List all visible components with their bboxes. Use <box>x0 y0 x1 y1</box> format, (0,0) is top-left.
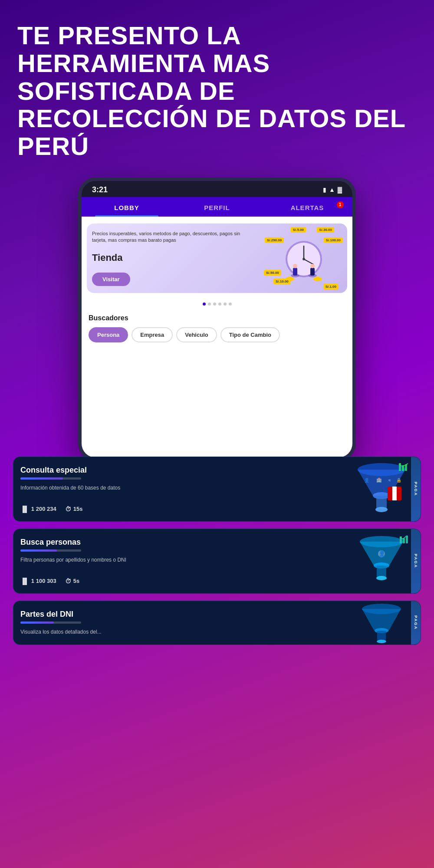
stat-busca-time: ⏱ 5s <box>65 578 79 585</box>
paga-badge-1: PAGA <box>411 457 421 521</box>
price-tag-3: S/.290.00 <box>265 237 284 243</box>
svg-rect-24 <box>392 487 397 500</box>
card-dni-progress-bar <box>20 621 81 624</box>
card-consulta-desc: Información obtenida de 60 bases de dato… <box>20 484 335 492</box>
banner-description: Precios insuperables, varios metodos de … <box>92 230 255 244</box>
phone-status-bar: 3:21 ▮ ▲ ▓ <box>82 181 352 197</box>
card-consulta-stats: ▐▌ 1 200 234 ⏱ 15s <box>20 506 335 513</box>
card-dni-illustration <box>342 601 421 644</box>
search-section: Buscadores Persona Empresa Vehiculo Tipo… <box>82 310 352 349</box>
bar-chart-icon: ▐▌ <box>20 506 29 513</box>
card-busca-progress-bar <box>20 549 81 552</box>
card-consulta-progress-fill <box>20 477 63 480</box>
svg-text:👤: 👤 <box>378 550 386 557</box>
banner-card: Precios insuperables, varios metodos de … <box>87 224 347 293</box>
price-tag-7: S/.1.00 <box>323 284 339 289</box>
svg-point-33 <box>376 576 387 580</box>
filter-persona[interactable]: Persona <box>89 327 128 342</box>
svg-point-12 <box>313 277 322 281</box>
wifi-icon: ▲ <box>329 186 335 193</box>
svg-rect-9 <box>310 268 315 276</box>
stat-time: ⏱ 15s <box>65 506 83 513</box>
svg-rect-25 <box>397 487 401 500</box>
card-busca-left: Busca personas Filtra personas por apell… <box>13 529 342 593</box>
svg-point-43 <box>377 640 386 643</box>
filter-tipo-cambio[interactable]: Tipo de Cambio <box>220 327 280 342</box>
svg-rect-38 <box>406 536 408 543</box>
search-title: Buscadores <box>89 314 345 322</box>
filter-empresa[interactable]: Empresa <box>132 327 173 342</box>
svg-text:👤: 👤 <box>364 477 370 483</box>
filter-vehiculo[interactable]: Vehiculo <box>176 327 217 342</box>
card-consulta-especial: Consulta especial Información obtenida d… <box>13 457 421 522</box>
banner-illustration: S/.30.00 S/.5.00 S/.290.00 S/.100.00 S/.… <box>260 224 347 293</box>
search-filters: Persona Empresa Vehiculo Tipo de Cambio <box>89 327 345 342</box>
card-busca-progress-fill <box>20 549 57 552</box>
clock-icon-2: ⏱ <box>65 578 71 585</box>
svg-text:🔒: 🔒 <box>396 477 402 483</box>
clock-icon-1: ⏱ <box>65 506 71 513</box>
phone-section: 3:21 ▮ ▲ ▓ LOBBY PERFIL ALERTAS 1 <box>0 169 434 461</box>
stat-count: ▐▌ 1 200 234 <box>20 506 56 513</box>
cards-section: Consulta especial Información obtenida d… <box>0 457 434 658</box>
price-tag-5: S/.50.00 <box>264 270 281 276</box>
svg-rect-32 <box>377 566 386 578</box>
price-tag-2: S/.5.00 <box>291 227 306 233</box>
funnel-svg-2: 👤 <box>351 533 412 589</box>
alertas-badge: 1 <box>337 201 344 208</box>
hero-section: TE PRESENTO LA HERRAMIENTA MAS SOFISTICA… <box>0 0 434 169</box>
card-consulta-progress-bar <box>20 477 81 480</box>
sim-icon: ▮ <box>323 186 326 193</box>
tab-alertas[interactable]: ALERTAS 1 <box>262 197 352 217</box>
card-busca-illustration: 👤 <box>342 529 421 593</box>
svg-point-17 <box>375 507 388 512</box>
svg-text:🏥: 🏥 <box>376 477 382 483</box>
funnel-svg-3 <box>353 601 410 644</box>
card-dni-progress-fill <box>20 621 54 624</box>
phone-mockup: 3:21 ▮ ▲ ▓ LOBBY PERFIL ALERTAS 1 <box>78 178 356 461</box>
price-tag-4: S/.100.00 <box>324 237 343 243</box>
tab-perfil[interactable]: PERFIL <box>172 197 262 217</box>
svg-rect-23 <box>388 487 392 500</box>
svg-rect-42 <box>377 631 386 641</box>
svg-point-7 <box>293 264 297 268</box>
card-partes-dni: Partes del DNI Visualiza los datos detal… <box>13 601 421 645</box>
banner-visit-button[interactable]: Visitar <box>92 273 130 286</box>
funnel-svg-1: 👤 🏥 ≈ 🔒 <box>351 461 412 517</box>
card-consulta-illustration: 👤 🏥 ≈ 🔒 <box>342 457 421 521</box>
svg-text:≈: ≈ <box>388 478 391 483</box>
dot-2 <box>208 302 211 306</box>
stat-busca-count: ▐▌ 1 100 303 <box>20 578 56 585</box>
banner-title: Tienda <box>92 252 255 263</box>
card-busca-title: Busca personas <box>20 538 335 547</box>
price-tag-6: S/.10.00 <box>273 279 291 284</box>
phone-time: 3:21 <box>92 185 108 194</box>
app-content: LOBBY PERFIL ALERTAS 1 Precios insuperab… <box>82 197 352 457</box>
app-tabs: LOBBY PERFIL ALERTAS 1 <box>82 197 352 217</box>
card-busca-personas: Busca personas Filtra personas por apell… <box>13 529 421 594</box>
svg-rect-16 <box>376 496 387 509</box>
card-dni-title: Partes del DNI <box>20 610 335 619</box>
dot-6 <box>229 302 232 306</box>
card-consulta-title: Consulta especial <box>20 466 335 475</box>
card-busca-desc: Filtra personas por apellidos y nombres … <box>20 556 335 564</box>
svg-rect-6 <box>293 268 297 276</box>
card-busca-stats: ▐▌ 1 100 303 ⏱ 5s <box>20 578 335 585</box>
paga-badge-2: PAGA <box>411 529 421 593</box>
clock-illustration <box>278 232 330 284</box>
card-consulta-left: Consulta especial Información obtenida d… <box>13 457 342 521</box>
svg-point-10 <box>310 264 315 268</box>
battery-icon: ▓ <box>338 186 342 193</box>
hero-title: TE PRESENTO LA HERRAMIENTA MAS SOFISTICA… <box>17 22 417 160</box>
dot-3 <box>213 302 216 306</box>
dot-4 <box>218 302 221 306</box>
phone-status-icons: ▮ ▲ ▓ <box>323 186 342 193</box>
card-dni-left: Partes del DNI Visualiza los datos detal… <box>13 601 342 644</box>
paga-badge-3: PAGA <box>411 601 421 644</box>
dot-1 <box>203 302 206 306</box>
svg-marker-40 <box>362 609 401 631</box>
dot-5 <box>224 302 227 306</box>
tab-lobby[interactable]: LOBBY <box>82 197 172 217</box>
banner-left: Precios insuperables, varios metodos de … <box>87 224 260 293</box>
carousel-dots <box>82 300 352 310</box>
